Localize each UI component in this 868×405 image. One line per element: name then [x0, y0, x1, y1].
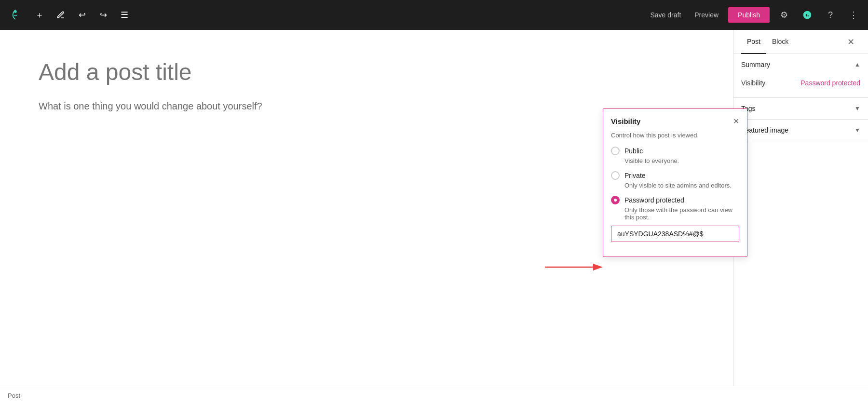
public-label: Public: [624, 147, 643, 155]
sidebar-close-button[interactable]: ✕: [841, 30, 860, 54]
settings-button[interactable]: ⚙: [775, 6, 793, 24]
list-view-button[interactable]: ☰: [116, 6, 133, 24]
popup-header: Visibility ✕: [611, 117, 739, 126]
visibility-value[interactable]: Password protected: [800, 79, 860, 87]
featured-image-section: Featured image ▼: [733, 120, 868, 141]
private-label: Private: [624, 172, 646, 179]
preview-button[interactable]: Preview: [691, 8, 722, 22]
status-bar: Post: [0, 386, 868, 405]
add-block-toolbar-button[interactable]: ＋: [31, 6, 48, 24]
tags-header[interactable]: Tags ▼: [733, 98, 868, 119]
visibility-option-private: Private Only visible to site admins and …: [611, 171, 739, 189]
visibility-popup: Visibility ✕ Control how this post is vi…: [603, 108, 747, 257]
popup-description: Control how this post is viewed.: [611, 132, 739, 139]
featured-image-chevron-icon: ▼: [854, 127, 860, 134]
featured-image-header[interactable]: Featured image ▼: [733, 120, 868, 141]
summary-section: Summary ▲ Visibility Password protected: [733, 54, 868, 98]
svg-point-1: [14, 10, 16, 13]
main-layout: What is one thing you would change about…: [0, 30, 868, 386]
visibility-label: Visibility: [741, 79, 765, 87]
publish-button[interactable]: Publish: [728, 7, 770, 23]
public-radio-button[interactable]: [611, 147, 620, 155]
private-radio-button[interactable]: [611, 171, 620, 180]
public-radio-row: Public: [611, 147, 739, 155]
password-description: Only those with the password can view th…: [611, 206, 739, 221]
visibility-option-public: Public Visible to everyone.: [611, 147, 739, 164]
sidebar: Post Block ✕ Summary ▲ Visibility Passwo…: [733, 30, 868, 386]
visibility-row: Visibility Password protected: [741, 75, 860, 91]
tags-chevron-icon: ▼: [854, 105, 860, 112]
visibility-option-password: Password protected Only those with the p…: [611, 196, 739, 242]
summary-body: Visibility Password protected: [733, 75, 868, 97]
tags-section: Tags ▼: [733, 98, 868, 120]
password-label: Password protected: [624, 196, 684, 204]
undo-button[interactable]: ↩: [73, 6, 91, 24]
public-description: Visible to everyone.: [611, 157, 739, 164]
sidebar-content: Summary ▲ Visibility Password protected …: [733, 54, 868, 386]
summary-label: Summary: [741, 61, 770, 68]
app-logo[interactable]: [6, 5, 25, 25]
toolbar: ＋ ↩ ↪ ☰ Save draft Preview Publish ⚙ ? ⋮: [0, 0, 868, 30]
arrow-indicator: [545, 261, 603, 275]
summary-chevron-icon: ▲: [854, 61, 860, 68]
save-draft-button[interactable]: Save draft: [646, 8, 685, 22]
popup-close-button[interactable]: ✕: [733, 117, 739, 126]
more-options-button[interactable]: ⋮: [845, 6, 862, 24]
password-input[interactable]: [611, 226, 739, 242]
password-radio-row: Password protected: [611, 196, 739, 204]
password-radio-button[interactable]: [611, 196, 620, 204]
help-button[interactable]: ?: [822, 6, 839, 24]
featured-image-label: Featured image: [741, 126, 788, 134]
post-title-input[interactable]: [39, 59, 694, 85]
post-subtitle: What is one thing you would change about…: [39, 101, 694, 112]
private-radio-row: Private: [611, 171, 739, 180]
status-label: Post: [8, 392, 20, 399]
private-description: Only visible to site admins and editors.: [611, 182, 739, 189]
tab-block[interactable]: Block: [766, 30, 794, 54]
jetpack-button[interactable]: [799, 6, 816, 24]
tab-post[interactable]: Post: [741, 30, 766, 54]
popup-title: Visibility: [611, 117, 640, 125]
svg-marker-3: [593, 264, 603, 270]
summary-header[interactable]: Summary ▲: [733, 54, 868, 75]
redo-button[interactable]: ↪: [95, 6, 112, 24]
sidebar-tabs: Post Block ✕: [733, 30, 868, 54]
edit-tool-button[interactable]: [52, 6, 69, 24]
